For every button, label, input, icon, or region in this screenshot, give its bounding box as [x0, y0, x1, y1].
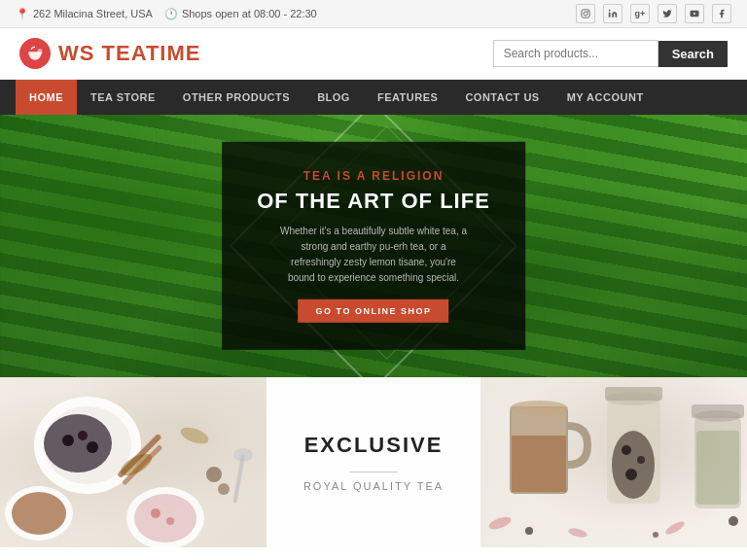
svg-point-22: [218, 483, 230, 495]
svg-rect-42: [696, 431, 739, 505]
svg-point-47: [653, 532, 658, 538]
search-box: Search: [493, 40, 728, 67]
svg-point-6: [38, 49, 43, 55]
svg-point-35: [612, 431, 655, 499]
nav-home[interactable]: HOME: [16, 80, 77, 115]
nav-features[interactable]: FEATURES: [364, 80, 451, 115]
address-text: 262 Milacina Street, USA: [33, 8, 153, 19]
svg-point-37: [637, 456, 645, 464]
logo-brand: TEATIME: [102, 41, 201, 65]
header: WS TEATIME Search: [0, 28, 747, 80]
youtube-icon[interactable]: [685, 4, 704, 23]
google-plus-icon[interactable]: g+: [630, 4, 650, 23]
svg-point-36: [622, 445, 631, 455]
bottom-right-image: [480, 377, 747, 547]
navigation: HOME TEA STORE OTHER PRODUCTS BLOG FEATU…: [0, 80, 747, 115]
svg-point-16: [134, 494, 196, 542]
svg-point-11: [78, 431, 88, 440]
top-bar: 📍 262 Milacina Street, USA 🕐 Shops open …: [0, 0, 747, 28]
svg-point-9: [44, 414, 112, 472]
bottom-center-card: EXCLUSIVE ROYAL QUALITY TEA: [267, 377, 480, 547]
svg-point-46: [525, 527, 533, 535]
hero-subtitle: TEA IS A RELIGION: [257, 169, 490, 183]
bottom-left-image: [0, 377, 267, 547]
svg-point-45: [663, 519, 686, 537]
nav-tea-store[interactable]: TEA STORE: [77, 80, 169, 115]
svg-point-12: [87, 441, 98, 453]
location-icon: 📍: [16, 8, 29, 20]
hours-text: Shops open at 08:00 - 22:30: [182, 8, 317, 19]
bottom-section: EXCLUSIVE ROYAL QUALITY TEA: [0, 377, 747, 547]
top-bar-info: 📍 262 Milacina Street, USA 🕐 Shops open …: [16, 8, 317, 20]
svg-point-14: [12, 492, 66, 535]
svg-point-1: [584, 12, 587, 16]
svg-point-17: [151, 508, 160, 518]
svg-point-18: [166, 517, 174, 525]
svg-rect-34: [605, 387, 662, 401]
svg-rect-30: [512, 436, 566, 492]
hero-cta-button[interactable]: GO TO ONLINE SHOP: [299, 299, 449, 323]
svg-point-43: [487, 514, 513, 532]
nav-contact[interactable]: CONTACT US: [451, 80, 552, 115]
linkedin-icon[interactable]: [603, 4, 622, 23]
svg-rect-26: [232, 455, 245, 504]
svg-rect-41: [692, 404, 744, 418]
facebook-icon[interactable]: [712, 4, 731, 23]
social-links: g+: [576, 4, 731, 23]
svg-point-20: [179, 424, 211, 446]
search-button[interactable]: Search: [658, 41, 728, 67]
hours-info: 🕐 Shops open at 08:00 - 22:30: [164, 8, 317, 20]
clock-icon: 🕐: [164, 8, 178, 20]
hero-section: TEA IS A RELIGION OF THE ART OF LIFE Whe…: [0, 115, 747, 377]
svg-point-4: [609, 10, 611, 12]
logo-text: WS TEATIME: [58, 41, 200, 66]
nav-blog[interactable]: BLOG: [303, 80, 364, 115]
hero-content-box: TEA IS A RELIGION OF THE ART OF LIFE Whe…: [222, 142, 525, 350]
address-info: 📍 262 Milacina Street, USA: [16, 8, 153, 20]
svg-point-10: [62, 435, 74, 446]
divider: [349, 472, 398, 472]
twitter-icon[interactable]: [658, 4, 677, 23]
hero-title: OF THE ART OF LIFE: [257, 189, 490, 214]
search-input[interactable]: [493, 40, 658, 67]
svg-point-2: [587, 11, 588, 12]
nav-account[interactable]: MY ACCOUNT: [553, 80, 658, 115]
svg-point-29: [510, 401, 568, 416]
ingredients-illustration: [0, 377, 267, 547]
hero-description: Whether it's a beautifully subtle white …: [276, 224, 471, 286]
svg-rect-0: [582, 10, 589, 18]
svg-rect-3: [609, 13, 611, 18]
exclusive-subtitle: ROYAL QUALITY TEA: [303, 480, 444, 492]
svg-point-48: [729, 516, 738, 526]
exclusive-title: EXCLUSIVE: [304, 433, 444, 458]
instagram-icon[interactable]: [576, 4, 595, 23]
svg-point-38: [625, 469, 637, 480]
tea-jars-illustration: [480, 377, 747, 547]
svg-point-44: [567, 527, 587, 540]
logo: WS TEATIME: [19, 38, 200, 69]
logo-ws: WS: [58, 41, 102, 65]
nav-other-products[interactable]: OTHER PRODUCTS: [169, 80, 303, 115]
svg-point-21: [206, 467, 222, 482]
logo-icon: [19, 38, 51, 69]
